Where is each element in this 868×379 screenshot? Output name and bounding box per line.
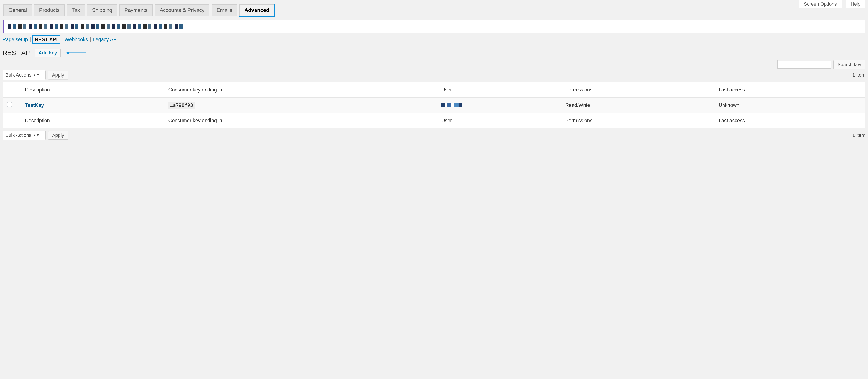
- row-user: [438, 98, 562, 113]
- select-all-checkbox-bottom[interactable]: [7, 118, 12, 122]
- separator: |: [29, 37, 31, 42]
- admin-notice: [3, 20, 865, 33]
- item-count-bottom: 1 item: [852, 132, 865, 138]
- bulk-actions-select[interactable]: Bulk Actions ▲▼: [3, 70, 45, 80]
- screen-options-button[interactable]: Screen Options: [799, 0, 842, 8]
- col-last-access[interactable]: Last access: [715, 113, 865, 128]
- row-description-link[interactable]: TestKey: [25, 102, 44, 108]
- row-last-access: Unknown: [715, 98, 865, 113]
- table-row: TestKey …a798f93 Read/Write Unknown: [3, 98, 865, 113]
- tab-general[interactable]: General: [3, 4, 32, 16]
- chevron-sort-icon: ▲▼: [33, 73, 40, 77]
- bulk-actions-label: Bulk Actions: [5, 72, 31, 78]
- tab-emails[interactable]: Emails: [212, 4, 237, 16]
- item-count: 1 item: [852, 72, 865, 78]
- notice-text-redacted: [8, 24, 184, 29]
- svg-marker-1: [66, 52, 69, 55]
- bulk-actions-select-bottom[interactable]: Bulk Actions ▲▼: [3, 130, 45, 140]
- col-consumer-key[interactable]: Consumer key ending in: [165, 113, 438, 128]
- col-description[interactable]: Description: [22, 82, 165, 98]
- col-permissions[interactable]: Permissions: [562, 82, 715, 98]
- col-user[interactable]: User: [438, 82, 562, 98]
- col-last-access[interactable]: Last access: [715, 82, 865, 98]
- api-keys-table: Description Consumer key ending in User …: [3, 82, 865, 128]
- settings-tab-bar: General Products Tax Shipping Payments A…: [3, 4, 865, 16]
- tab-shipping[interactable]: Shipping: [87, 4, 117, 16]
- subtab-webhooks[interactable]: Webhooks: [65, 37, 88, 42]
- advanced-sub-tabs: Page setup | REST API | Webhooks | Legac…: [3, 36, 865, 43]
- bulk-actions-label: Bulk Actions: [5, 132, 31, 138]
- page-title: REST API: [3, 49, 32, 57]
- subtab-rest-api[interactable]: REST API: [33, 36, 60, 43]
- tab-accounts-privacy[interactable]: Accounts & Privacy: [155, 4, 210, 16]
- add-key-button[interactable]: Add key: [35, 49, 61, 57]
- subtab-legacy-api[interactable]: Legacy API: [93, 37, 118, 42]
- tab-payments[interactable]: Payments: [119, 4, 153, 16]
- col-permissions[interactable]: Permissions: [562, 113, 715, 128]
- annotation-arrow-icon: [66, 51, 87, 55]
- search-key-button[interactable]: Search key: [833, 60, 865, 69]
- tab-products[interactable]: Products: [34, 4, 65, 16]
- separator: |: [62, 37, 63, 42]
- chevron-sort-icon: ▲▼: [33, 133, 40, 137]
- help-button[interactable]: Help: [846, 0, 865, 8]
- subtab-page-setup[interactable]: Page setup: [3, 37, 28, 42]
- apply-bulk-button[interactable]: Apply: [48, 71, 68, 80]
- col-user[interactable]: User: [438, 113, 562, 128]
- tab-advanced[interactable]: Advanced: [239, 4, 274, 16]
- col-description[interactable]: Description: [22, 113, 165, 128]
- tab-tax[interactable]: Tax: [67, 4, 85, 16]
- row-checkbox[interactable]: [7, 102, 12, 107]
- apply-bulk-button-bottom[interactable]: Apply: [48, 131, 68, 139]
- search-keys-input[interactable]: [777, 60, 831, 68]
- row-key-ending: …a798f93: [168, 102, 195, 109]
- separator: |: [90, 37, 91, 42]
- col-consumer-key[interactable]: Consumer key ending in: [165, 82, 438, 98]
- select-all-checkbox[interactable]: [7, 87, 12, 92]
- row-permissions: Read/Write: [562, 98, 715, 113]
